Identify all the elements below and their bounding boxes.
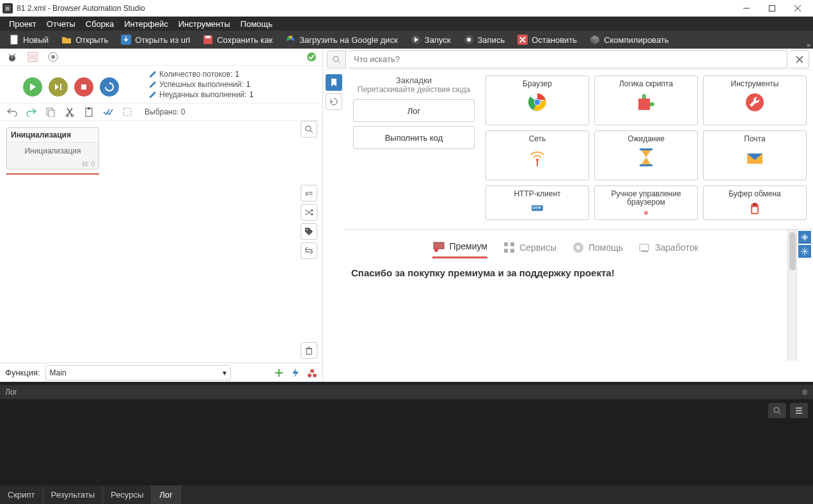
run-step-button[interactable] [49, 77, 68, 97]
run-stop-button[interactable] [74, 77, 93, 97]
check-all-icon[interactable] [101, 105, 115, 119]
settings-panel-icon[interactable] [798, 245, 811, 258]
svg-rect-65 [510, 242, 514, 246]
undo-icon[interactable] [5, 105, 19, 119]
block-body: Инициализация [7, 143, 99, 159]
function-select[interactable]: Main ▾ [45, 365, 231, 381]
svg-point-24 [307, 52, 316, 61]
module-tools[interactable]: Инструменты [703, 75, 807, 125]
module-browser-label: Браузер [523, 80, 552, 88]
svg-rect-53 [640, 148, 652, 150]
tag-button[interactable] [301, 223, 317, 240]
wrench-icon [745, 92, 765, 113]
modules-icon[interactable] [307, 368, 317, 378]
services-tab[interactable]: Сервисы [503, 237, 556, 258]
module-network[interactable]: Сеть [485, 130, 589, 180]
notes-icon[interactable] [26, 50, 40, 64]
history-tab-icon[interactable] [326, 93, 342, 110]
exec-code-button[interactable]: Выполнить код [353, 126, 475, 149]
module-browser[interactable]: Браузер [485, 75, 589, 125]
module-wait[interactable]: Ожидание [594, 130, 698, 180]
menu-project[interactable]: Проект [4, 18, 42, 30]
init-block[interactable]: Инициализация Инициализация Id: 0 [6, 127, 99, 169]
module-clipboard[interactable]: Буфер обмена [703, 185, 807, 220]
debug-icon[interactable] [5, 50, 19, 64]
toolbar-stop[interactable]: Остановить [512, 33, 582, 46]
expand-panel-icon[interactable] [798, 231, 811, 244]
box-icon [590, 35, 600, 45]
log-menu-button[interactable] [790, 403, 808, 418]
puzzle-icon [636, 92, 656, 113]
module-mail[interactable]: Почта [703, 130, 807, 180]
premium-scrollbar[interactable] [787, 230, 796, 361]
stat-threads-value: 1 [235, 70, 240, 79]
shuffle-button[interactable] [301, 204, 317, 221]
copy-icon[interactable] [43, 105, 58, 119]
svg-rect-25 [60, 84, 61, 90]
expand-button[interactable] [301, 242, 317, 259]
log-header: Лог ⊗ [0, 385, 813, 399]
toolbar-open-url[interactable]: Открыть из url [116, 33, 195, 46]
svg-rect-67 [510, 249, 514, 253]
canvas[interactable]: x= Инициализация Инициализация Id: 0 [0, 121, 322, 363]
status-ok-icon [306, 51, 317, 63]
menubar: Проект Отчеты Сборка Интерфейс Инструмен… [0, 17, 813, 31]
run-play-button[interactable] [23, 77, 42, 97]
module-script-logic[interactable]: Логика скрипта [594, 75, 698, 125]
maximize-button[interactable] [759, 1, 785, 15]
svg-rect-6 [11, 35, 17, 44]
svg-line-44 [338, 61, 340, 63]
log-search-button[interactable] [768, 403, 786, 418]
search-input[interactable] [349, 51, 787, 68]
pencil-icon [149, 70, 157, 78]
toolbar-record[interactable]: Запись [459, 33, 510, 46]
toolbar-google-drive[interactable]: Загрузить на Google диск [280, 33, 403, 46]
module-wait-label: Ожидание [628, 135, 665, 143]
paste-icon[interactable] [82, 105, 96, 119]
bookmarks-hint: Перетаскивайте действия сюда [358, 85, 470, 94]
premium-tab[interactable]: Премиум [432, 236, 487, 258]
log-title: Лог [5, 388, 17, 397]
select-icon[interactable] [120, 105, 134, 119]
menu-reports[interactable]: Отчеты [42, 18, 81, 30]
earn-tab[interactable]: Заработок [638, 237, 698, 258]
help-tab[interactable]: Помощь [572, 237, 623, 258]
cut-icon[interactable] [63, 105, 77, 119]
tab-resources[interactable]: Ресурсы [103, 485, 152, 504]
tab-log[interactable]: Лог [152, 485, 181, 504]
redo-icon[interactable] [24, 105, 38, 119]
menu-interface[interactable]: Интерфейс [119, 18, 173, 30]
menu-tools[interactable]: Инструменты [173, 18, 235, 30]
run-restart-button[interactable] [100, 77, 119, 97]
toolbar-new[interactable]: Новый [4, 33, 54, 46]
toolbar-compile[interactable]: Скомпилировать [585, 33, 674, 46]
file-icon [9, 35, 19, 45]
help-icon [572, 241, 585, 254]
module-http-client[interactable]: HTTP-клиент HTTP [485, 185, 589, 220]
toolbar-run[interactable]: Запуск [406, 33, 456, 46]
toolbar-open[interactable]: Открыть [56, 33, 113, 46]
titlebar: B 81 2.xml - Browser Automation Studio [0, 0, 813, 17]
close-button[interactable] [785, 1, 810, 15]
module-manual-browser[interactable]: Ручное управление браузером [594, 185, 698, 220]
log-button[interactable]: Лог [353, 99, 475, 122]
log-close-icon[interactable]: ⊗ [801, 388, 808, 397]
menu-help[interactable]: Помощь [235, 18, 278, 30]
search-icon[interactable] [327, 51, 346, 68]
tab-script[interactable]: Скрипт [0, 485, 43, 504]
menu-build[interactable]: Сборка [81, 18, 120, 30]
bookmark-tab-icon[interactable] [326, 74, 342, 91]
variable-button[interactable]: x= [301, 185, 317, 201]
toolbar-more-icon[interactable]: » [807, 42, 810, 49]
toolbar-save-as[interactable]: Сохранить как [198, 33, 278, 46]
tab-results[interactable]: Результаты [43, 485, 103, 504]
canvas-search-button[interactable] [301, 121, 317, 138]
bolt-icon[interactable] [290, 368, 301, 378]
search-clear-button[interactable] [790, 51, 809, 68]
trash-button[interactable] [301, 342, 317, 359]
minimize-button[interactable] [734, 1, 759, 15]
folder-icon [61, 35, 72, 45]
toolbar-google-label: Загрузить на Google диск [299, 35, 398, 45]
add-function-icon[interactable] [274, 368, 284, 378]
record-mode-icon[interactable] [46, 50, 60, 64]
